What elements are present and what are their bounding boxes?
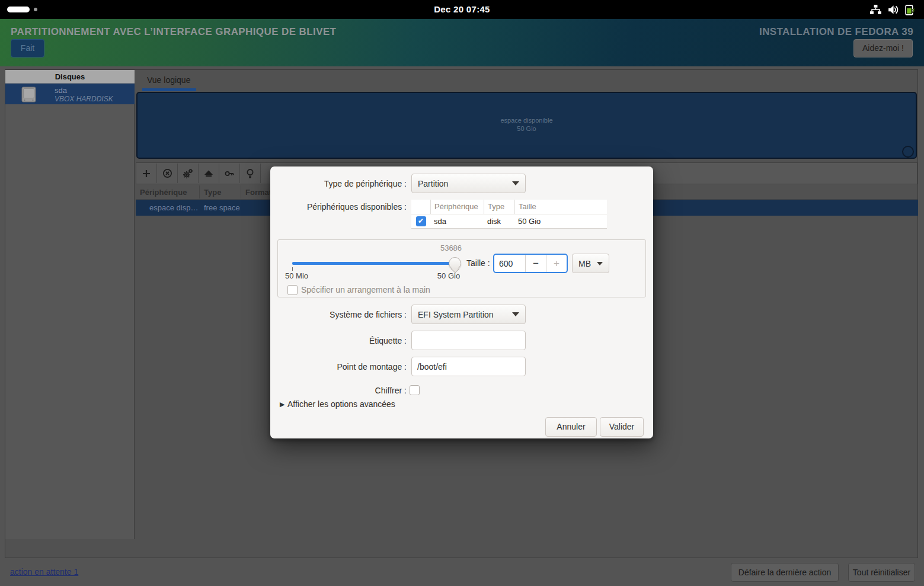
size-label: Taille : — [466, 254, 490, 273]
manual-layout-label: Spécifier un arrangement à la main — [301, 285, 430, 295]
plus-icon — [142, 169, 151, 178]
slider-min-label: 50 Mio — [285, 271, 308, 280]
chevron-down-icon — [597, 262, 603, 265]
page-title: PARTITIONNEMENT AVEC L’INTERFACE GRAPHIQ… — [11, 26, 336, 38]
eject-icon — [204, 169, 213, 178]
devices-row-type: disk — [484, 214, 514, 228]
pending-actions-link[interactable]: action en attente 1 — [10, 567, 78, 577]
available-devices-label: Périphériques disponibles : — [270, 202, 407, 212]
help-button[interactable]: Aidez-moi ! — [853, 39, 913, 57]
row-device-cell: espace disp… — [149, 203, 198, 212]
sda-checkbox[interactable]: ✔ — [416, 216, 426, 226]
column-separator — [241, 185, 241, 198]
advanced-options-expander[interactable]: Afficher les options avancées — [287, 399, 395, 409]
ok-button[interactable]: Valider — [600, 417, 644, 437]
network-icon[interactable] — [869, 4, 882, 16]
tab-underline — [142, 88, 196, 91]
unit-value: MB — [578, 259, 591, 268]
volume-icon[interactable] — [887, 4, 899, 16]
done-button[interactable]: Fait — [11, 39, 44, 57]
slider-min-tick — [292, 267, 293, 271]
column-format[interactable]: Format — [245, 188, 271, 197]
mountpoint-input[interactable] — [411, 357, 526, 376]
edit-partition-button[interactable] — [178, 164, 199, 183]
devices-col-size: Taille — [514, 200, 607, 214]
battery-charging-icon[interactable] — [904, 4, 916, 16]
devices-row-size: 50 Gio — [514, 214, 607, 228]
devices-table-header: Périphérique Type Taille — [411, 200, 607, 214]
devices-row-device: sda — [430, 214, 484, 228]
filesystem-value: EFI System Partition — [418, 310, 494, 319]
devices-col-type: Type — [484, 200, 514, 214]
undo-last-action-button[interactable]: Défaire la dernière action — [731, 563, 839, 582]
unmount-button[interactable] — [199, 164, 219, 183]
column-type[interactable]: Type — [204, 188, 221, 197]
gears-icon — [183, 168, 193, 179]
screen: Dec 20 07:45 PARTITIONNEMENT AVEC L’INTE… — [0, 0, 924, 586]
size-slider-handle[interactable] — [449, 257, 461, 270]
slider-max-label: 50 Gio — [428, 271, 469, 280]
key-icon — [224, 168, 235, 179]
disk-description: VBOX HARDDISK — [55, 95, 113, 103]
unit-dropdown[interactable]: MB — [572, 254, 609, 273]
remove-icon — [162, 168, 172, 178]
disk-name: sda — [55, 86, 67, 95]
delete-partition-button[interactable] — [157, 164, 178, 183]
size-spinbutton: − + — [493, 254, 568, 273]
device-type-label: Type de périphérique : — [270, 179, 407, 188]
column-device[interactable]: Périphérique — [140, 188, 187, 197]
decrypt-button[interactable] — [219, 164, 240, 183]
devices-col-device: Périphérique — [430, 200, 484, 214]
device-type-value: Partition — [418, 179, 448, 188]
tab-logical-view[interactable]: Vue logique — [147, 75, 190, 85]
slider-value: 53686 — [427, 244, 475, 252]
row-type-cell: free space — [204, 203, 240, 212]
clock[interactable]: Dec 20 07:45 — [0, 0, 924, 19]
disks-sidebar — [5, 70, 135, 539]
spin-plus-button[interactable]: + — [546, 255, 567, 272]
harddisk-icon — [21, 87, 36, 105]
free-space-label: espace disponible 50 Gio — [136, 116, 917, 133]
spin-minus-button[interactable]: − — [525, 255, 546, 272]
size-slider-track[interactable] — [292, 262, 455, 265]
free-space-circle-icon — [902, 146, 914, 158]
info-button[interactable] — [240, 164, 261, 183]
chevron-down-icon — [512, 312, 519, 316]
size-frame: 53686 50 Mio 50 Gio Taille : − + MB Spéc… — [277, 239, 646, 297]
label-input[interactable] — [411, 331, 526, 350]
available-devices-table: Périphérique Type Taille ✔ sda disk 50 G… — [411, 200, 607, 229]
manual-layout-checkbox[interactable] — [287, 285, 298, 295]
devices-table-row-sda[interactable]: ✔ sda disk 50 Gio — [411, 214, 607, 228]
size-input[interactable] — [494, 255, 525, 272]
reset-all-button[interactable]: Tout réinitialiser — [848, 563, 915, 582]
add-partition-button[interactable] — [136, 164, 157, 183]
chevron-down-icon — [512, 181, 519, 185]
cancel-button[interactable]: Annuler — [545, 417, 597, 437]
bulb-icon — [245, 168, 255, 179]
column-separator — [199, 185, 200, 198]
disks-header: Disques — [5, 70, 135, 84]
product-title: INSTALLATION DE FEDORA 39 — [759, 26, 913, 38]
encrypt-checkbox[interactable] — [410, 385, 420, 395]
filesystem-dropdown[interactable]: EFI System Partition — [411, 305, 526, 324]
device-type-dropdown[interactable]: Partition — [411, 174, 526, 193]
